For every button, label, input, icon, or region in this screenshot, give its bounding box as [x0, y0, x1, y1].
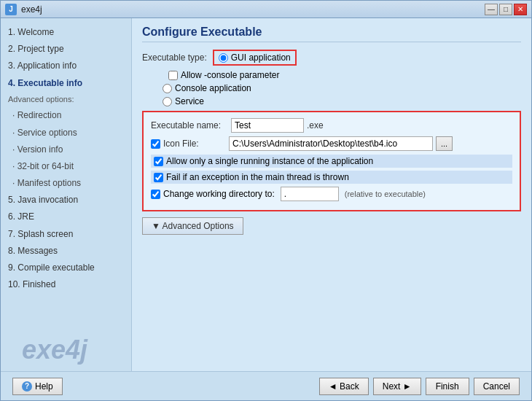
titlebar-buttons: — □ ✕ — [485, 4, 527, 15]
icon-file-row: Icon File: ... — [151, 136, 512, 151]
service-radio[interactable] — [163, 97, 172, 106]
sidebar-item-32-64[interactable]: · 32-bit or 64-bit — [1, 158, 131, 175]
sidebar-item-service-options[interactable]: · Service options — [1, 125, 131, 141]
working-dir-checkbox[interactable] — [151, 190, 160, 199]
exe-type-row: Executable type: GUI application — [142, 50, 521, 66]
allow-console-label: Allow -console parameter — [181, 70, 279, 80]
sidebar-item-splash[interactable]: 7. Splash screen — [1, 226, 131, 243]
gui-option-highlighted: GUI application — [213, 50, 297, 66]
sidebar-item-redirection[interactable]: · Redirection — [1, 107, 131, 124]
single-instance-label: Allow only a single running instance of … — [166, 156, 373, 166]
sidebar-advanced-label: Advanced options: — [1, 92, 131, 108]
sidebar-item-exe-info[interactable]: 4. Executable info — [1, 75, 131, 92]
help-icon: ? — [22, 381, 32, 392]
minimize-button[interactable]: — — [485, 4, 498, 15]
fail-exception-checkbox[interactable] — [154, 173, 163, 182]
exe-ext: .exe — [307, 120, 324, 131]
sidebar-item-welcome[interactable]: 1. Welcome — [1, 24, 131, 41]
working-dir-hint: (relative to executable) — [345, 190, 426, 198]
titlebar-left: J exe4j — [5, 4, 42, 15]
sidebar-item-jre[interactable]: 6. JRE — [1, 209, 131, 225]
main-content: Configure Executable Executable type: GU… — [132, 18, 531, 371]
working-dir-label: Change working directory to: — [163, 189, 275, 199]
titlebar: J exe4j — □ ✕ — [1, 1, 531, 18]
single-instance-row: Allow only a single running instance of … — [151, 155, 512, 168]
main-window: J exe4j — □ ✕ 1. Welcome 2. Project type… — [0, 0, 532, 401]
sidebar: 1. Welcome 2. Project type 3. Applicatio… — [1, 18, 132, 371]
exe-type-label: Executable type: — [142, 52, 207, 63]
sidebar-item-compile[interactable]: 9. Compile executable — [1, 260, 131, 276]
sidebar-item-project-type[interactable]: 2. Project type — [1, 41, 131, 58]
sidebar-item-finished[interactable]: 10. Finished — [1, 276, 131, 293]
sidebar-item-manifest[interactable]: · Manifest options — [1, 175, 131, 192]
maximize-button[interactable]: □ — [499, 4, 512, 15]
advanced-options-button[interactable]: ▼ Advanced Options — [142, 217, 243, 235]
service-label: Service — [175, 96, 204, 106]
app-icon: J — [5, 4, 17, 15]
sidebar-item-messages[interactable]: 8. Messages — [1, 243, 131, 260]
gui-radio[interactable] — [219, 53, 228, 63]
sidebar-item-version-info[interactable]: · Version info — [1, 141, 131, 158]
page-title: Configure Executable — [142, 26, 521, 42]
finish-button[interactable]: Finish — [426, 378, 469, 395]
icon-file-checkbox[interactable] — [151, 139, 160, 149]
back-button[interactable]: ◄ Back — [319, 378, 369, 395]
exe-name-row: Executable name: .exe — [151, 118, 512, 133]
gui-label: GUI application — [231, 52, 291, 63]
close-button[interactable]: ✕ — [514, 4, 527, 15]
footer-right: ◄ Back Next ► Finish Cancel — [319, 378, 520, 395]
window-title: exe4j — [21, 4, 42, 15]
exe-name-label: Executable name: — [151, 120, 231, 131]
sidebar-item-app-info[interactable]: 3. Application info — [1, 58, 131, 74]
footer: ? Help ◄ Back Next ► Finish Cancel — [1, 371, 531, 400]
console-radio[interactable] — [163, 84, 172, 93]
exe-name-input[interactable] — [231, 118, 304, 133]
icon-file-label: Icon File: — [163, 139, 229, 149]
main-options-section: Executable name: .exe Icon File: ... — [142, 111, 521, 211]
console-label: Console application — [175, 83, 251, 93]
service-option-row: Service — [163, 96, 521, 106]
allow-console-row: Allow -console parameter — [168, 70, 521, 80]
next-button[interactable]: Next ► — [373, 378, 421, 395]
footer-left: ? Help — [12, 378, 63, 395]
help-button[interactable]: ? Help — [12, 378, 63, 395]
single-instance-checkbox[interactable] — [154, 157, 163, 166]
console-option-row: Console application — [163, 83, 521, 93]
icon-file-input[interactable] — [229, 136, 433, 151]
browse-button[interactable]: ... — [436, 136, 453, 151]
allow-console-checkbox[interactable] — [168, 71, 178, 80]
cancel-button[interactable]: Cancel — [474, 378, 520, 395]
working-dir-row: Change working directory to: (relative t… — [151, 187, 512, 201]
content-area: 1. Welcome 2. Project type 3. Applicatio… — [1, 18, 531, 371]
sidebar-item-java[interactable]: 5. Java invocation — [1, 192, 131, 209]
fail-exception-row: Fail if an exception in the main thread … — [151, 171, 512, 184]
fail-exception-label: Fail if an exception in the main thread … — [166, 172, 349, 182]
working-dir-input[interactable] — [281, 187, 339, 201]
